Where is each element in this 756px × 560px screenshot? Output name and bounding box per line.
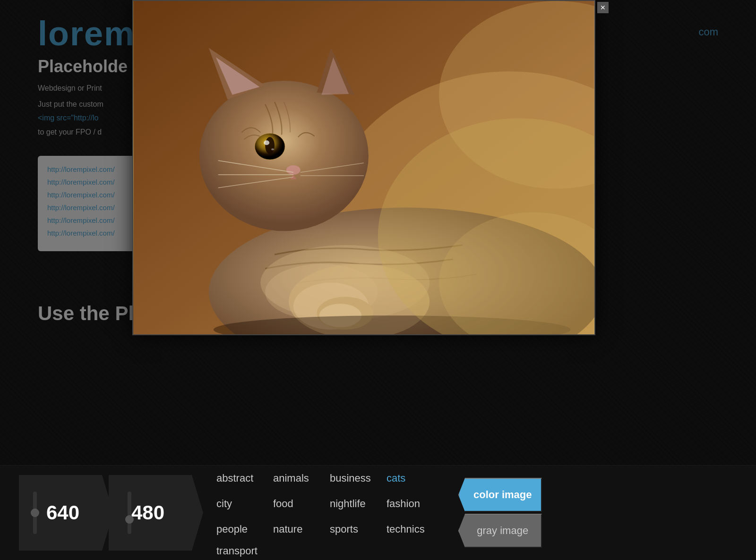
modal-cat-image bbox=[133, 1, 594, 334]
svg-point-6 bbox=[199, 81, 369, 231]
category-nightlife[interactable]: nightlife bbox=[326, 492, 383, 516]
category-transport[interactable]: transport bbox=[213, 543, 269, 559]
svg-point-14 bbox=[271, 148, 274, 150]
width-slider-thumb[interactable] bbox=[31, 509, 39, 517]
svg-point-12 bbox=[265, 137, 275, 154]
modal-overlay: ✕ bbox=[0, 0, 756, 465]
category-sports[interactable]: sports bbox=[326, 518, 383, 541]
gray-image-label: gray image bbox=[477, 525, 528, 537]
color-image-button[interactable]: color image bbox=[458, 478, 542, 512]
modal-close-button[interactable]: ✕ bbox=[597, 2, 609, 13]
image-type-buttons: color image gray image bbox=[458, 478, 542, 548]
category-technics[interactable]: technics bbox=[383, 518, 439, 541]
height-slider-track bbox=[128, 492, 131, 534]
width-control: 640 bbox=[19, 475, 113, 551]
gray-image-button[interactable]: gray image bbox=[458, 514, 542, 548]
height-slider-thumb[interactable] bbox=[125, 515, 134, 524]
category-business[interactable]: business bbox=[326, 467, 383, 490]
color-image-label: color image bbox=[473, 489, 532, 501]
svg-point-13 bbox=[264, 140, 269, 145]
category-food[interactable]: food bbox=[269, 492, 326, 516]
svg-point-16 bbox=[286, 165, 301, 175]
close-icon: ✕ bbox=[600, 4, 606, 11]
cat-svg bbox=[133, 1, 594, 334]
category-cats[interactable]: cats bbox=[383, 467, 439, 490]
height-value: 480 bbox=[131, 501, 164, 524]
width-slider-track bbox=[33, 492, 37, 534]
modal-dialog: ✕ bbox=[132, 0, 595, 335]
category-people[interactable]: people bbox=[213, 518, 269, 541]
width-value: 640 bbox=[46, 501, 79, 524]
width-slider-container bbox=[33, 492, 37, 534]
bottom-toolbar: 640 480 abstract animals business cats c… bbox=[0, 466, 756, 560]
category-fashion[interactable]: fashion bbox=[383, 492, 439, 516]
height-control: 480 bbox=[109, 475, 203, 551]
category-animals[interactable]: animals bbox=[269, 467, 326, 490]
categories-grid: abstract animals business cats city food… bbox=[213, 467, 439, 559]
height-slider-container bbox=[128, 492, 131, 534]
category-city[interactable]: city bbox=[213, 492, 269, 516]
category-nature[interactable]: nature bbox=[269, 518, 326, 541]
category-abstract[interactable]: abstract bbox=[213, 467, 269, 490]
